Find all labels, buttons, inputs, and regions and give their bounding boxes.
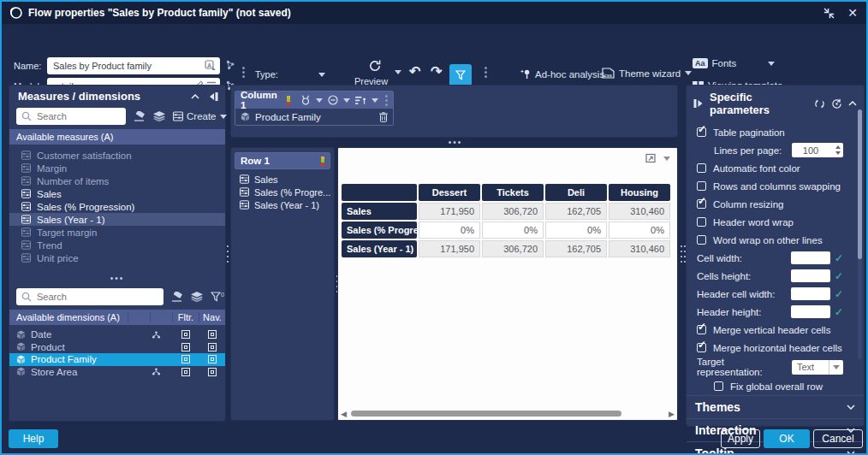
theme-wizard-button[interactable]: css Theme wizard (602, 68, 692, 79)
expand-preview-icon[interactable] (645, 153, 656, 163)
theme-wizard-caret[interactable] (685, 71, 692, 75)
preview-dropdown-caret[interactable] (395, 70, 401, 74)
reset-icon[interactable] (831, 98, 842, 109)
measure-item[interactable]: Customer satisfaction (9, 149, 225, 162)
filter-checkbox[interactable] (181, 330, 190, 339)
apply-check-icon[interactable]: ✓ (835, 270, 843, 282)
scrollbar-thumb[interactable] (351, 411, 621, 417)
measure-item[interactable]: Unit price (9, 251, 225, 264)
table-row-header[interactable]: Sales (342, 203, 417, 220)
nav-checkbox[interactable] (208, 343, 217, 352)
ranking-icon[interactable] (300, 95, 311, 105)
table-column-header[interactable]: Deli (545, 184, 607, 201)
row-group-header[interactable]: Row 1 (235, 152, 330, 169)
sort-icon[interactable] (355, 96, 366, 105)
filter-checkbox[interactable] (181, 343, 190, 352)
measure-item[interactable]: Target margin (9, 226, 225, 239)
dimension-item[interactable]: Product (9, 341, 225, 354)
table-row-header[interactable]: Sales (Year - 1) (342, 240, 417, 257)
fix-global-overall-row-checkbox[interactable] (714, 381, 723, 391)
help-button[interactable]: Help (9, 429, 58, 448)
undo-icon[interactable]: ↶ (409, 65, 420, 79)
automatic-font-color-checkbox[interactable] (697, 163, 706, 173)
clear-search-icon[interactable] (171, 292, 183, 302)
table-column-header[interactable]: Dessert (419, 184, 480, 201)
ok-button[interactable]: OK (764, 429, 810, 448)
layers-icon[interactable] (153, 111, 165, 121)
measure-item-selected[interactable]: Sales (Year - 1) (9, 213, 225, 226)
table-pagination-checkbox[interactable] (697, 127, 706, 137)
dimension-item-selected[interactable]: Product Family (9, 353, 225, 366)
merge-vertical-checkbox[interactable] (697, 325, 706, 334)
scroll-left-arrow[interactable]: ◀ (341, 410, 348, 418)
name-lineage-icon[interactable] (226, 60, 235, 70)
preview-options-caret[interactable] (663, 157, 670, 161)
cell-width-input[interactable] (791, 251, 830, 264)
table-row-header[interactable]: Sales (% Progressi... (342, 222, 417, 239)
lines-per-page-input[interactable] (792, 145, 829, 156)
column-resizing-checkbox[interactable] (697, 199, 706, 209)
nav-checkbox[interactable] (208, 368, 217, 376)
apply-check-icon[interactable]: ✓ (835, 288, 843, 300)
aggregate-caret[interactable] (343, 98, 350, 103)
column-group-header[interactable]: Column 1 (235, 92, 393, 109)
translate-icon[interactable]: A (205, 60, 217, 71)
dimension-item[interactable]: Store Area (9, 366, 225, 379)
row-item[interactable]: Sales (Year - 1) (231, 198, 334, 211)
redo-icon[interactable]: ↷ (431, 65, 442, 79)
collapse-window-icon[interactable] (823, 7, 835, 20)
expand-panel-icon[interactable] (693, 99, 704, 108)
flow-type-icon[interactable] (287, 61, 308, 82)
scroll-right-arrow[interactable]: ▶ (668, 410, 675, 418)
aggregate-icon[interactable] (328, 95, 338, 105)
row-item[interactable]: Sales (% Progre... (231, 186, 334, 198)
filter-checkbox[interactable] (181, 368, 190, 376)
adhoc-analysis-button[interactable]: Ad-hoc analysis (519, 68, 604, 80)
type-dropdown-caret[interactable] (318, 73, 325, 77)
header-height-input[interactable] (791, 305, 830, 318)
close-icon[interactable]: ✕ (847, 6, 858, 20)
toolbar-separator-handle[interactable] (242, 65, 245, 80)
trash-icon[interactable] (379, 112, 388, 122)
apply-check-icon[interactable]: ✓ (835, 252, 843, 264)
dimension-filter-icon[interactable]: 0 (211, 292, 224, 302)
cancel-button[interactable]: Cancel (813, 429, 863, 448)
clear-search-icon[interactable] (134, 111, 146, 121)
apply-check-icon[interactable]: ✓ (835, 306, 843, 318)
header-word-wrap-checkbox[interactable] (697, 217, 706, 227)
panel-splitter-handle[interactable]: ••• (9, 275, 225, 284)
nav-checkbox[interactable] (208, 355, 217, 363)
collapse-parameters-icon[interactable] (848, 101, 857, 106)
spinner-arrows[interactable] (835, 145, 843, 155)
measure-item[interactable]: Trend (9, 239, 225, 251)
table-column-header[interactable]: Tickets (482, 184, 544, 201)
sort-caret[interactable] (372, 98, 378, 103)
preview-refresh-icon[interactable] (368, 59, 382, 73)
ranking-caret[interactable] (316, 98, 323, 103)
table-column-header[interactable]: Housing (609, 184, 670, 201)
nav-checkbox[interactable] (208, 330, 217, 339)
measure-item[interactable]: Number of items (9, 174, 225, 187)
word-wrap-other-lines-checkbox[interactable] (697, 235, 706, 245)
scrollbar-thumb[interactable] (858, 109, 862, 259)
measure-item[interactable]: Sales (9, 187, 225, 200)
header-cell-width-input[interactable] (791, 287, 830, 300)
filter-button[interactable] (449, 64, 472, 86)
collapse-section-icon[interactable] (191, 94, 199, 99)
measure-item[interactable]: Sales (% Progression) (9, 200, 225, 213)
create-measure-button[interactable]: Create (173, 111, 227, 121)
vertical-scrollbar[interactable] (858, 109, 862, 359)
layers-icon[interactable] (191, 292, 203, 302)
recycle-icon[interactable] (814, 98, 825, 109)
apply-button[interactable]: Apply (721, 429, 760, 448)
filter-checkbox[interactable] (181, 355, 190, 363)
column-item[interactable]: Product Family (235, 109, 393, 125)
lines-per-page-spinner[interactable] (792, 143, 843, 157)
measure-item[interactable]: Margin (9, 162, 225, 174)
dimensions-search-input[interactable] (16, 288, 163, 305)
cells-height-input[interactable] (791, 269, 830, 282)
target-representation-select[interactable]: Text (792, 360, 843, 375)
themes-section-header[interactable]: Themes (687, 395, 864, 418)
collapse-panel-icon[interactable] (208, 92, 218, 101)
name-input[interactable] (47, 57, 220, 74)
